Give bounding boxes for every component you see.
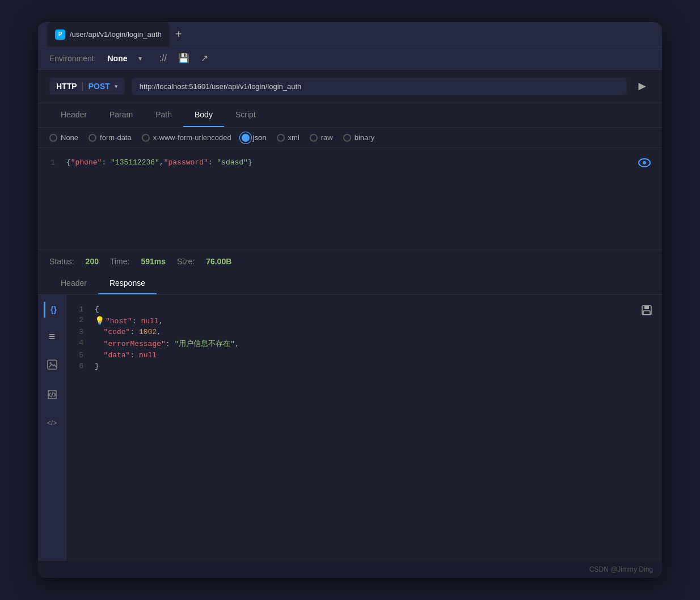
radio-none[interactable]: None [49,133,78,142]
radio-raw-circle [310,134,318,142]
toolbar: Environment: None ▾ :// 💾 ↗ [38,47,662,70]
protocol-icon: :// [159,53,166,64]
body-options: None form-data x-www-form-urlencoded jso… [38,128,662,148]
resp-code-2: 💡"host": null, [95,316,662,326]
app-window: P /user/api/v1/login/login_auth + Enviro… [38,22,662,578]
tab-body[interactable]: Body [183,103,224,127]
resp-code-4: "errorMessage": "用户信息不存在", [95,339,662,349]
tab-title: /user/api/v1/login/login_auth [70,30,162,39]
svg-point-3 [49,362,51,364]
http-method-group[interactable]: HTTP | POST ▾ [49,78,125,95]
request-body-editor[interactable]: 1 {"phone": "135112236","password": "sda… [38,148,662,250]
tab-script[interactable]: Script [224,103,267,127]
watermark-text: CSDN @Jimmy Ding [589,565,653,573]
resp-line-6: 6 } [66,361,662,371]
resp-code-6: } [95,362,662,370]
resp-line-num-5: 5 [66,351,95,360]
response-sidebar: {} ≡ </> [38,295,66,561]
radio-form-data-circle [88,134,96,142]
radio-xml-circle [277,134,285,142]
radio-xml-label: xml [288,133,300,142]
resp-line-num-4: 4 [66,339,95,347]
body-code-1: {"phone": "135112236","password": "sdasd… [66,158,662,167]
resp-tab-response[interactable]: Response [98,273,157,294]
radio-none-circle [49,134,57,142]
radio-xml[interactable]: xml [277,133,300,142]
radio-urlencoded-label: x-www-form-urlencoded [153,133,231,142]
save-response-button[interactable] [640,304,653,319]
time-value: 591ms [141,257,166,266]
status-bar: Status: 200 Time: 591ms Size: 76.00B [38,250,662,273]
request-tabs: Header Param Path Body Script [38,103,662,128]
json-format-icon[interactable]: {} [44,302,60,318]
resp-code-5: "data": null [95,351,662,360]
tab-path[interactable]: Path [144,103,183,127]
tab-bar: P /user/api/v1/login/login_auth + [38,22,662,47]
body-line-1: 1 {"phone": "135112236","password": "sda… [38,157,662,168]
code-icon[interactable]: </> [44,416,60,430]
line-number-1: 1 [38,158,66,167]
resp-code-1: { [95,305,662,314]
size-value: 76.00B [206,257,231,266]
radio-binary-label: binary [355,133,374,142]
active-tab[interactable]: P /user/api/v1/login/login_auth [47,22,170,47]
url-input[interactable] [132,78,627,95]
resp-line-2: 2 💡"host": null, [66,315,662,327]
radio-json[interactable]: json [242,133,267,142]
resp-line-5: 5 "data": null [66,350,662,361]
resp-line-num-6: 6 [66,362,95,370]
size-label: Size: [177,257,195,266]
resp-line-num-3: 3 [66,328,95,336]
radio-raw-label: raw [321,133,333,142]
radio-form-data[interactable]: form-data [88,133,132,142]
tab-header[interactable]: Header [49,103,98,127]
method-dropdown-icon[interactable]: ▾ [115,83,118,90]
request-bar: HTTP | POST ▾ ► [38,70,662,103]
watermark: CSDN @Jimmy Ding [38,561,662,578]
radio-binary-circle [343,134,351,142]
response-tabs: Header Response [38,273,662,295]
protocol-label: HTTP [56,82,77,91]
status-label: Status: [49,257,74,266]
radio-json-label: json [253,133,267,142]
resp-line-3: 3 "code": 1002, [66,327,662,337]
method-label: POST [88,82,110,91]
save-icon[interactable]: 💾 [178,53,189,64]
radio-raw[interactable]: raw [310,133,333,142]
env-value[interactable]: None [107,54,127,63]
response-code-area: 1 { 2 💡"host": null, 3 "code": 1002, 4 [66,295,662,561]
tab-icon: P [55,29,65,40]
svg-rect-6 [643,311,650,315]
resp-line-num-2: 2 [66,316,95,324]
resp-line-1: 1 { [66,304,662,315]
radio-json-circle [242,134,250,142]
radio-form-data-label: form-data [100,133,132,142]
response-area: {} ≡ </> 1 { 2 💡"host": null, [38,295,662,561]
resp-line-4: 4 "errorMessage": "用户信息不存在", [66,337,662,350]
html-icon[interactable] [43,386,61,407]
add-tab-button[interactable]: + [175,28,182,41]
resp-tab-header[interactable]: Header [49,273,98,294]
preview-icon[interactable] [43,356,61,377]
time-label: Time: [110,257,129,266]
raw-icon[interactable]: ≡ [45,327,59,347]
send-button[interactable]: ► [634,77,651,96]
lightbulb-icon: 💡 [95,316,104,326]
export-icon[interactable]: ↗ [201,53,208,64]
radio-none-label: None [61,133,78,142]
env-dropdown-icon[interactable]: ▾ [138,54,142,62]
eye-icon[interactable] [638,157,651,170]
radio-urlencoded[interactable]: x-www-form-urlencoded [142,133,231,142]
radio-binary[interactable]: binary [343,133,374,142]
status-value: 200 [86,257,99,266]
radio-urlencoded-circle [142,134,150,142]
svg-point-1 [643,161,646,164]
tab-param[interactable]: Param [98,103,144,127]
svg-rect-5 [644,306,649,309]
resp-code-3: "code": 1002, [95,328,662,336]
env-label: Environment: [49,54,96,63]
resp-line-num-1: 1 [66,305,95,314]
